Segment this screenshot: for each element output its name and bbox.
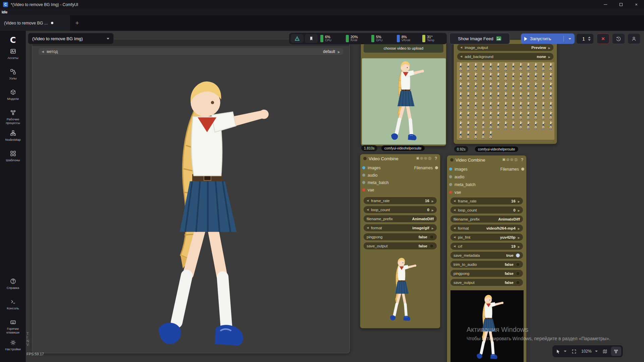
help-icon[interactable]: ?: [435, 156, 437, 161]
sidebar-item-nodesmap[interactable]: NodesMap: [0, 130, 26, 147]
video-combine-node-2[interactable]: Video Combine ▣◎◎Ⓢ ? images Filenames au…: [447, 155, 527, 362]
slot-vae[interactable]: vae: [447, 189, 526, 196]
video-frame-image: [468, 292, 506, 362]
chevron-down-icon[interactable]: [595, 351, 598, 352]
toggle-knob[interactable]: [516, 262, 520, 266]
widget-save-output[interactable]: save_output false: [450, 279, 523, 286]
input-dot-images[interactable]: [362, 166, 365, 169]
help-icon[interactable]: ?: [521, 158, 523, 162]
node-header[interactable]: Video Combine ▣◎◎Ⓢ ?: [447, 156, 526, 164]
minimize-button[interactable]: [598, 0, 613, 9]
load-video-node[interactable]: choose video to upload: [361, 41, 446, 146]
output-dot-filenames[interactable]: [521, 168, 524, 171]
gear-icon: [10, 340, 16, 346]
widget-loop-count[interactable]: loop_count 0: [364, 206, 437, 213]
sidebar-item-models[interactable]: Модели: [0, 89, 26, 106]
widget-save-metadata[interactable]: save_metadata true: [450, 252, 523, 259]
batch-count-stepper[interactable]: 1: [576, 34, 594, 44]
toggle-knob[interactable]: [516, 272, 520, 276]
widget-format[interactable]: format video/h264-mp4: [450, 225, 523, 232]
show-image-feed-button[interactable]: Show Image Feed: [449, 33, 510, 44]
workflow-name: (Video to remove BG Img): [32, 36, 83, 41]
widget-filename-prefix[interactable]: filename_prefix AnimateDiff: [450, 216, 523, 223]
video-combine-node-1[interactable]: Video Combine ▣◎◎Ⓢ ? images Filenames au…: [360, 154, 440, 328]
toggle-knob[interactable]: [430, 235, 434, 239]
slot-vae[interactable]: vae: [360, 186, 440, 194]
toggle-links-button[interactable]: [611, 347, 621, 356]
pointer-tool-button[interactable]: [554, 347, 568, 356]
decrement-icon[interactable]: [588, 39, 591, 41]
node-title-text: Video Combine: [369, 156, 398, 161]
input-dot-meta-batch[interactable]: [449, 183, 452, 186]
input-dot-images[interactable]: [449, 168, 452, 171]
slot-meta-batch[interactable]: meta_batch: [447, 181, 526, 188]
cancel-run-button[interactable]: ×: [597, 34, 609, 44]
slot-audio[interactable]: audio: [447, 173, 526, 181]
new-tab-button[interactable]: +: [70, 15, 84, 31]
minimap-button[interactable]: [600, 347, 610, 356]
widget-pingpong[interactable]: pingpong false: [450, 270, 523, 277]
close-button[interactable]: ×: [629, 0, 644, 9]
history-button[interactable]: [612, 34, 625, 44]
widget-loop-count[interactable]: loop_count 0: [450, 206, 523, 214]
choose-video-button[interactable]: choose video to upload: [364, 44, 443, 53]
widget-filename-prefix[interactable]: filename_prefix AnimateDiff: [364, 215, 437, 222]
character-preview-image: [123, 71, 280, 360]
run-options-chevron-icon[interactable]: [569, 38, 571, 40]
sidebar-item-console[interactable]: Консоль: [0, 299, 26, 315]
slot-audio[interactable]: audio: [360, 172, 440, 179]
toggle-knob[interactable]: [516, 253, 520, 257]
widget-pingpong[interactable]: pingpong false: [364, 233, 437, 240]
maximize-button[interactable]: [613, 0, 629, 9]
input-dot-meta-batch[interactable]: [362, 181, 365, 184]
sidebar-item-assets[interactable]: Ассеты: [0, 48, 26, 65]
node-header[interactable]: Video Combine ▣◎◎Ⓢ ?: [360, 154, 440, 163]
widget-save-output[interactable]: save_output false: [364, 242, 437, 249]
graph-canvas[interactable]: метод default (Video to remove BG Img) 6…: [26, 31, 644, 362]
collapse-dot[interactable]: [450, 158, 453, 162]
image-preview-node[interactable]: image_output Preview add_background none: [453, 40, 557, 144]
input-dot-audio[interactable]: [449, 175, 452, 178]
increment-icon[interactable]: [588, 37, 591, 38]
output-dot-filenames[interactable]: [435, 166, 438, 169]
widget-frame-rate[interactable]: frame_rate 16: [364, 197, 437, 204]
input-dot-audio[interactable]: [362, 174, 365, 177]
chevron-down-icon[interactable]: [564, 351, 567, 352]
toggle-knob[interactable]: [516, 281, 520, 285]
chevron-down-icon: [107, 38, 109, 40]
slot-meta-batch[interactable]: meta_batch: [360, 179, 440, 186]
widget-frame-rate[interactable]: frame_rate 16: [450, 197, 523, 204]
slot-images[interactable]: images Filenames: [360, 164, 440, 172]
sidebar-item-nodes[interactable]: Узлы: [0, 69, 26, 85]
sidebar-item-templates[interactable]: Шаблоны: [0, 150, 26, 167]
sidebar-item-settings[interactable]: Настройки: [0, 340, 26, 356]
widget-crf[interactable]: crf 19: [450, 243, 523, 250]
widget-pix-fmt[interactable]: pix_fmt yuv420p: [450, 234, 523, 241]
workflow-selector[interactable]: (Video to remove BG Img): [28, 33, 114, 44]
widget-format[interactable]: format image/gif: [364, 224, 437, 231]
zoom-level-control[interactable]: 102%: [580, 347, 599, 356]
collapse-dot[interactable]: [363, 157, 367, 160]
exec-time-badge: 0.92s: [454, 146, 468, 152]
user-account-button[interactable]: [628, 34, 640, 44]
templates-icon: [10, 150, 16, 157]
widget-add-background[interactable]: add_background none: [457, 53, 553, 60]
toggle-knob[interactable]: [430, 244, 434, 248]
input-dot-vae[interactable]: [362, 188, 365, 191]
slot-images[interactable]: images Filenames: [447, 166, 526, 173]
workflow-tab[interactable]: (Video to remove BG ...: [0, 15, 70, 31]
widget-trim-to-audio[interactable]: trim_to_audio false: [450, 261, 523, 268]
gif-preview-image: [382, 255, 419, 324]
node-title-icons: ▣◎◎Ⓢ: [416, 156, 431, 161]
input-dot-vae[interactable]: [449, 191, 452, 194]
widget-image-output[interactable]: image_output Preview: [457, 44, 553, 51]
perf-monitor-button[interactable]: [291, 34, 304, 43]
fit-view-button[interactable]: [569, 347, 579, 356]
bookmark-button[interactable]: [305, 34, 318, 43]
sidebar-item-help[interactable]: Справка: [0, 278, 26, 295]
sidebar-item-workflows[interactable]: Рабочие процессы: [0, 110, 26, 126]
method-widget[interactable]: метод default: [38, 48, 343, 55]
run-button[interactable]: Запустить: [521, 34, 575, 44]
sidebar-item-hotkeys[interactable]: Горячие клавиши: [0, 319, 26, 336]
bg-removal-node[interactable]: метод default: [32, 39, 350, 353]
